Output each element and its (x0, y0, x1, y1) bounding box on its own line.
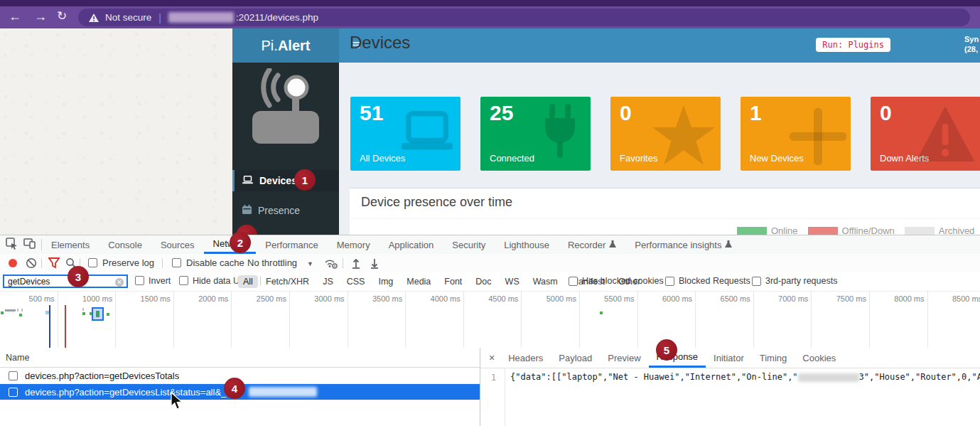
request-checkbox[interactable] (9, 388, 18, 397)
tab-recorder[interactable]: Recorder (559, 235, 625, 254)
tab-performance-insights[interactable]: Performance insights (625, 235, 741, 254)
filter-type-chip[interactable]: Img (378, 277, 393, 287)
tab-performance[interactable]: Performance (256, 235, 327, 254)
user-label: Syn(28, (964, 34, 980, 54)
invert-checkbox[interactable] (135, 276, 144, 285)
annotation-badge-1: 1 (294, 169, 316, 191)
tab-lighthouse[interactable]: Lighthouse (495, 235, 559, 254)
filter-type-all[interactable]: All (238, 275, 258, 288)
browser-tabstrip (0, 0, 980, 6)
run-plugins-button[interactable]: Run: Plugins (816, 38, 890, 52)
invert-label[interactable]: Invert (149, 276, 171, 286)
annotation-badge-5: 5 (656, 339, 677, 361)
preserve-log-checkbox[interactable] (88, 258, 97, 267)
filter-type-chip[interactable]: Doc (475, 277, 491, 287)
filter-type-chip[interactable]: Fetch/XHR (266, 277, 309, 287)
page-title: Devices (350, 33, 410, 53)
blocked-requests-filter[interactable]: Blocked Requests (665, 276, 750, 286)
disable-cache-checkbox[interactable] (172, 258, 181, 267)
network-conditions-icon[interactable] (323, 257, 338, 271)
third-party-requests-filter[interactable]: 3rd-party requests (752, 276, 837, 286)
timeline-tick: 7000 ms (754, 291, 812, 348)
router-wifi-icon (248, 68, 323, 155)
disable-cache-label[interactable]: Disable cache (186, 257, 244, 268)
close-details-icon[interactable]: × (483, 348, 500, 368)
tab-preview[interactable]: Preview (600, 348, 648, 368)
sidebar-item-presence[interactable]: Presence (232, 200, 339, 221)
network-overview-timeline[interactable]: 500 ms1000 ms1500 ms2000 ms2500 ms3000 m… (0, 291, 980, 348)
blurred-ip-address (798, 373, 859, 382)
divider (162, 258, 163, 268)
stat-card-connected[interactable]: 25 Connected (480, 97, 591, 171)
has-blocked-cookies-checkbox[interactable] (569, 277, 578, 286)
address-bar[interactable]: Not secure | :20211/devices.php (78, 9, 970, 26)
laptop-icon (398, 104, 456, 161)
screen: ← → ↻ Not secure | :20211/devices.php Pi… (0, 0, 980, 426)
has-blocked-cookies-filter[interactable]: Has blocked cookies (569, 276, 664, 286)
online-swatch (737, 227, 767, 235)
stat-card-favorites[interactable]: 0 Favorites (610, 97, 721, 171)
tab-initiator[interactable]: Initiator (706, 348, 752, 368)
inspect-element-icon[interactable] (6, 238, 18, 252)
app-logo[interactable]: Pi.Alert (232, 28, 339, 63)
stat-value: 51 (360, 101, 383, 125)
filter-input[interactable]: getDevices ✕ (3, 275, 128, 288)
blurred-hostname (168, 12, 234, 23)
sidebar-item-devices[interactable]: Devices (232, 170, 339, 191)
tab-payload[interactable]: Payload (551, 348, 600, 368)
request-details-panel: × Headers Payload Preview Response Initi… (480, 348, 980, 426)
tab-application[interactable]: Application (379, 235, 443, 254)
not-secure-label: Not secure (105, 12, 151, 23)
tab-security[interactable]: Security (443, 235, 495, 254)
forward-icon[interactable]: → (34, 9, 47, 23)
timeline-tick: 5500 ms (580, 291, 638, 348)
request-dot (107, 313, 109, 316)
filter-icon-active[interactable] (48, 257, 60, 270)
filter-type-chip[interactable]: Font (444, 277, 462, 287)
hide-data-urls-checkbox[interactable] (179, 276, 188, 285)
filter-type-chip[interactable]: CSS (347, 277, 365, 287)
divider (260, 276, 261, 286)
clear-filter-icon[interactable]: ✕ (115, 278, 124, 287)
tab-elements[interactable]: Elements (42, 235, 99, 254)
tab-sources[interactable]: Sources (151, 235, 204, 254)
record-network-log-button[interactable] (9, 259, 17, 267)
blocked-requests-checkbox[interactable] (665, 277, 674, 286)
stat-value: 25 (490, 101, 513, 125)
tab-headers[interactable]: Headers (500, 348, 551, 368)
name-column-header[interactable]: Name (6, 353, 29, 363)
export-har-icon[interactable] (370, 257, 379, 271)
throttling-select[interactable]: No throttling (247, 257, 297, 268)
clear-network-log-icon[interactable] (26, 257, 37, 271)
filter-type-chip[interactable]: Media (406, 277, 431, 287)
back-icon[interactable]: ← (9, 9, 21, 23)
request-dot (600, 311, 603, 314)
experiment-flask-icon (609, 240, 616, 250)
tab-memory[interactable]: Memory (328, 235, 379, 254)
stat-card-down-alerts[interactable]: 0 Down Alerts (871, 97, 980, 171)
preserve-log-label[interactable]: Preserve log (102, 257, 154, 268)
annotation-badge-2: 2 (230, 232, 251, 253)
filter-type-chip[interactable]: WS (505, 277, 519, 287)
tab-timing[interactable]: Timing (752, 348, 795, 368)
device-toolbar-icon[interactable] (23, 238, 36, 251)
third-party-requests-checkbox[interactable] (752, 277, 761, 286)
request-checkbox[interactable] (9, 371, 18, 380)
reload-icon[interactable]: ↻ (57, 9, 67, 23)
filter-type-chip[interactable]: JS (323, 277, 333, 287)
waterfall-bar (5, 309, 16, 311)
request-table-header[interactable]: Name (0, 348, 480, 368)
import-har-icon[interactable] (351, 257, 361, 271)
tab-console[interactable]: Console (99, 235, 151, 254)
timeline-tick: 2500 ms (232, 291, 290, 348)
throttling-caret-icon[interactable]: ▼ (307, 260, 313, 267)
waterfall-tick (82, 308, 84, 311)
line-number: 1 (486, 373, 496, 383)
response-body-viewer[interactable]: 1 {"data":[["laptop","Net - Huawei","Int… (480, 368, 980, 426)
filter-type-chip[interactable]: Wasm (533, 277, 558, 287)
tab-cookies[interactable]: Cookies (795, 348, 844, 368)
app-top-nav: ≡ Run: Plugins Syn(28, (339, 28, 980, 63)
stat-card-all-devices[interactable]: 51 All Devices (350, 97, 461, 171)
stat-card-new-devices[interactable]: 1 New Devices (741, 97, 851, 171)
network-filter-row: getDevices ✕ Invert Hide data URLs All F… (0, 272, 980, 292)
